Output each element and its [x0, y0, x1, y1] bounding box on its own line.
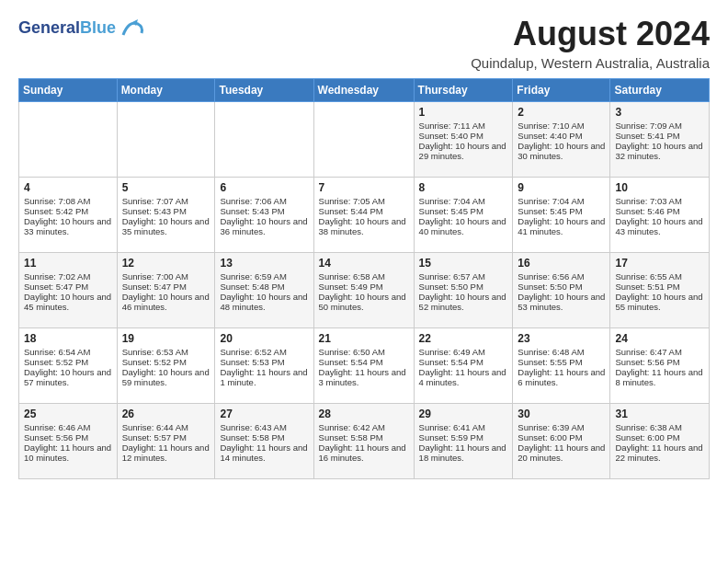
sunrise-text: Sunrise: 7:05 AM	[319, 196, 409, 206]
calendar-week-2: 4Sunrise: 7:08 AMSunset: 5:42 PMDaylight…	[19, 178, 710, 253]
daylight-text: Daylight: 11 hours and 20 minutes.	[518, 442, 605, 463]
calendar-cell: 27Sunrise: 6:43 AMSunset: 5:58 PMDayligh…	[215, 404, 313, 479]
day-number: 16	[518, 257, 605, 270]
calendar-week-5: 25Sunrise: 6:46 AMSunset: 5:56 PMDayligh…	[19, 404, 710, 479]
day-number: 20	[220, 332, 308, 345]
day-number: 24	[615, 332, 704, 345]
calendar-cell	[215, 102, 313, 178]
calendar-cell: 26Sunrise: 6:44 AMSunset: 5:57 PMDayligh…	[117, 404, 215, 479]
sunrise-text: Sunrise: 6:55 AM	[615, 271, 704, 282]
daylight-text: Daylight: 10 hours and 48 minutes.	[220, 292, 308, 312]
page-header: GeneralBlue August 2024 Quindalup, Weste…	[18, 15, 710, 71]
calendar-cell: 6Sunrise: 7:06 AMSunset: 5:43 PMDaylight…	[215, 178, 313, 253]
day-number: 12	[122, 257, 210, 270]
sunrise-text: Sunrise: 6:49 AM	[419, 347, 508, 357]
day-header-friday: Friday	[513, 79, 610, 102]
main-title: August 2024	[471, 15, 710, 53]
sunset-text: Sunset: 5:53 PM	[220, 357, 308, 367]
sunset-text: Sunset: 5:43 PM	[122, 206, 210, 216]
daylight-text: Daylight: 11 hours and 22 minutes.	[615, 442, 704, 463]
calendar-cell: 12Sunrise: 7:00 AMSunset: 5:47 PMDayligh…	[117, 253, 215, 328]
calendar-cell: 7Sunrise: 7:05 AMSunset: 5:44 PMDaylight…	[313, 178, 414, 253]
daylight-text: Daylight: 10 hours and 33 minutes.	[24, 216, 112, 236]
sunrise-text: Sunrise: 7:10 AM	[518, 121, 605, 131]
sunset-text: Sunset: 5:56 PM	[615, 357, 704, 367]
calendar-cell: 16Sunrise: 6:56 AMSunset: 5:50 PMDayligh…	[513, 253, 610, 328]
sunrise-text: Sunrise: 6:41 AM	[419, 422, 508, 432]
sunset-text: Sunset: 5:50 PM	[419, 282, 508, 292]
sunrise-text: Sunrise: 7:04 AM	[518, 196, 605, 206]
calendar-week-3: 11Sunrise: 7:02 AMSunset: 5:47 PMDayligh…	[19, 253, 710, 328]
calendar-cell: 8Sunrise: 7:04 AMSunset: 5:45 PMDaylight…	[414, 178, 513, 253]
sunrise-text: Sunrise: 6:44 AM	[122, 422, 210, 432]
sunrise-text: Sunrise: 6:52 AM	[220, 347, 308, 357]
calendar-cell: 11Sunrise: 7:02 AMSunset: 5:47 PMDayligh…	[19, 253, 118, 328]
day-number: 30	[518, 408, 605, 420]
calendar-cell: 28Sunrise: 6:42 AMSunset: 5:58 PMDayligh…	[313, 404, 414, 479]
day-number: 4	[24, 181, 112, 194]
sunset-text: Sunset: 5:54 PM	[419, 357, 508, 367]
daylight-text: Daylight: 10 hours and 55 minutes.	[615, 292, 704, 312]
calendar-cell: 21Sunrise: 6:50 AMSunset: 5:54 PMDayligh…	[313, 328, 414, 404]
sunset-text: Sunset: 5:48 PM	[220, 282, 308, 292]
sunset-text: Sunset: 5:49 PM	[319, 282, 409, 292]
daylight-text: Daylight: 10 hours and 43 minutes.	[615, 216, 704, 236]
daylight-text: Daylight: 11 hours and 16 minutes.	[319, 442, 409, 463]
sunset-text: Sunset: 5:41 PM	[615, 131, 704, 141]
sunrise-text: Sunrise: 7:03 AM	[615, 196, 704, 206]
day-number: 22	[419, 332, 508, 345]
daylight-text: Daylight: 10 hours and 40 minutes.	[419, 216, 508, 236]
daylight-text: Daylight: 10 hours and 46 minutes.	[122, 292, 210, 312]
calendar-cell	[313, 102, 414, 178]
day-number: 8	[419, 181, 508, 194]
daylight-text: Daylight: 11 hours and 6 minutes.	[518, 367, 605, 387]
calendar-cell: 9Sunrise: 7:04 AMSunset: 5:45 PMDaylight…	[513, 178, 610, 253]
daylight-text: Daylight: 10 hours and 50 minutes.	[319, 292, 409, 312]
day-number: 17	[615, 257, 704, 270]
calendar-cell: 19Sunrise: 6:53 AMSunset: 5:52 PMDayligh…	[117, 328, 215, 404]
logo-icon	[119, 18, 145, 39]
day-header-saturday: Saturday	[610, 79, 710, 102]
day-header-monday: Monday	[117, 79, 215, 102]
sunset-text: Sunset: 5:40 PM	[419, 131, 508, 141]
day-number: 21	[319, 332, 409, 345]
day-number: 6	[220, 181, 308, 194]
daylight-text: Daylight: 10 hours and 36 minutes.	[220, 216, 308, 236]
sunrise-text: Sunrise: 6:56 AM	[518, 271, 605, 282]
calendar-cell: 10Sunrise: 7:03 AMSunset: 5:46 PMDayligh…	[610, 178, 710, 253]
calendar-cell: 30Sunrise: 6:39 AMSunset: 6:00 PMDayligh…	[513, 404, 610, 479]
sunset-text: Sunset: 5:45 PM	[518, 206, 605, 216]
sunrise-text: Sunrise: 7:09 AM	[615, 121, 704, 131]
calendar-cell	[117, 102, 215, 178]
calendar-body: 1Sunrise: 7:11 AMSunset: 5:40 PMDaylight…	[19, 102, 710, 479]
calendar-header: SundayMondayTuesdayWednesdayThursdayFrid…	[19, 79, 710, 102]
daylight-text: Daylight: 10 hours and 38 minutes.	[319, 216, 409, 236]
calendar-cell: 24Sunrise: 6:47 AMSunset: 5:56 PMDayligh…	[610, 328, 710, 404]
sunset-text: Sunset: 5:58 PM	[220, 432, 308, 442]
calendar-week-4: 18Sunrise: 6:54 AMSunset: 5:52 PMDayligh…	[19, 328, 710, 404]
calendar-cell: 14Sunrise: 6:58 AMSunset: 5:49 PMDayligh…	[313, 253, 414, 328]
day-number: 27	[220, 408, 308, 420]
sunrise-text: Sunrise: 7:06 AM	[220, 196, 308, 206]
day-number: 1	[419, 106, 508, 119]
sunrise-text: Sunrise: 6:39 AM	[518, 422, 605, 432]
calendar-week-1: 1Sunrise: 7:11 AMSunset: 5:40 PMDaylight…	[19, 102, 710, 178]
daylight-text: Daylight: 10 hours and 35 minutes.	[122, 216, 210, 236]
calendar-cell: 23Sunrise: 6:48 AMSunset: 5:55 PMDayligh…	[513, 328, 610, 404]
day-number: 19	[122, 332, 210, 345]
day-header-wednesday: Wednesday	[313, 79, 414, 102]
sunset-text: Sunset: 5:59 PM	[419, 432, 508, 442]
daylight-text: Daylight: 10 hours and 53 minutes.	[518, 292, 605, 312]
day-number: 23	[518, 332, 605, 345]
sunset-text: Sunset: 5:43 PM	[220, 206, 308, 216]
day-number: 5	[122, 181, 210, 194]
sunrise-text: Sunrise: 7:08 AM	[24, 196, 112, 206]
sunrise-text: Sunrise: 7:02 AM	[24, 271, 112, 282]
day-number: 31	[615, 408, 704, 420]
calendar-cell: 31Sunrise: 6:38 AMSunset: 6:00 PMDayligh…	[610, 404, 710, 479]
sunset-text: Sunset: 5:58 PM	[319, 432, 409, 442]
daylight-text: Daylight: 10 hours and 30 minutes.	[518, 141, 605, 161]
daylight-text: Daylight: 10 hours and 57 minutes.	[24, 367, 112, 387]
sunset-text: Sunset: 5:56 PM	[24, 432, 112, 442]
subtitle: Quindalup, Western Australia, Australia	[471, 55, 710, 71]
